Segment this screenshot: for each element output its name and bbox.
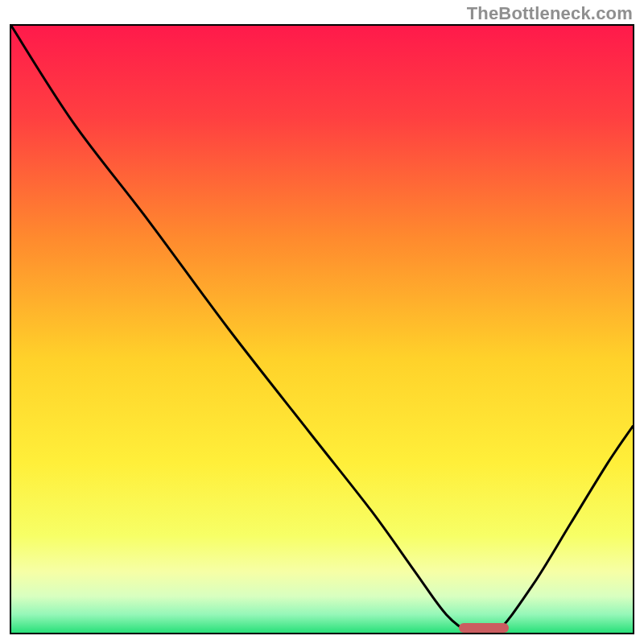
chart-frame: [10, 24, 634, 634]
optimal-marker: [459, 623, 509, 633]
bottleneck-curve: [11, 26, 633, 633]
watermark-label: TheBottleneck.com: [467, 3, 633, 24]
